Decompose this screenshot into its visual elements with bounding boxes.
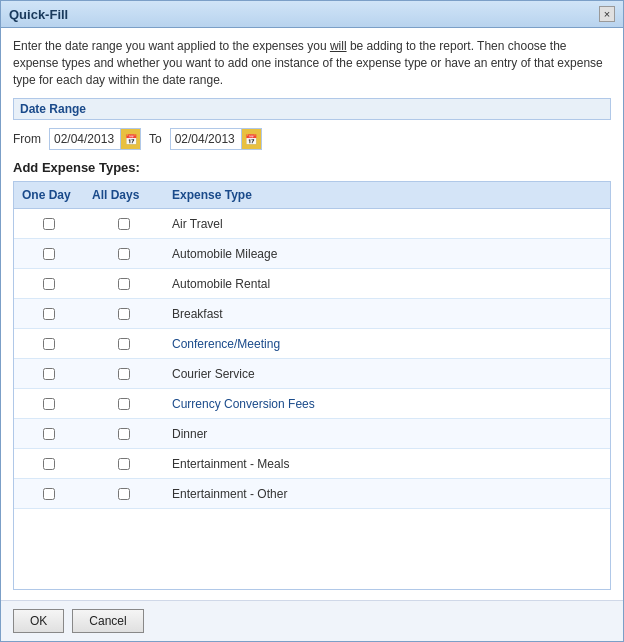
all-days-checkbox-2[interactable] <box>118 248 130 260</box>
close-button[interactable]: × <box>599 6 615 22</box>
one-day-checkbox-6[interactable] <box>43 368 55 380</box>
one-day-checkbox-cell <box>14 334 84 354</box>
one-day-checkbox-cell <box>14 274 84 294</box>
all-days-checkbox-8[interactable] <box>118 428 130 440</box>
all-days-checkbox-1[interactable] <box>118 218 130 230</box>
dialog-body: Enter the date range you want applied to… <box>1 28 623 600</box>
description-highlight: will <box>330 39 347 53</box>
one-day-checkbox-cell <box>14 394 84 414</box>
date-row: From 📅 To 📅 <box>13 128 611 150</box>
table-row: Air Travel <box>14 209 610 239</box>
table-row: Breakfast <box>14 299 610 329</box>
to-date-wrap: 📅 <box>170 128 262 150</box>
all-days-checkbox-3[interactable] <box>118 278 130 290</box>
expense-name-6: Courier Service <box>164 363 610 385</box>
all-days-checkbox-10[interactable] <box>118 488 130 500</box>
dialog-title: Quick-Fill <box>9 7 68 22</box>
table-row: Automobile Mileage <box>14 239 610 269</box>
all-days-checkbox-cell <box>84 244 164 264</box>
from-label: From <box>13 132 41 146</box>
header-expense-type: Expense Type <box>164 186 610 204</box>
table-row: Conference/Meeting <box>14 329 610 359</box>
all-days-checkbox-cell <box>84 394 164 414</box>
header-one-day: One Day <box>14 186 84 204</box>
all-days-checkbox-7[interactable] <box>118 398 130 410</box>
description-text: Enter the date range you want applied to… <box>13 38 611 88</box>
all-days-checkbox-9[interactable] <box>118 458 130 470</box>
expense-name-9: Entertainment - Meals <box>164 453 610 475</box>
all-days-checkbox-cell <box>84 214 164 234</box>
one-day-checkbox-cell <box>14 424 84 444</box>
one-day-checkbox-cell <box>14 304 84 324</box>
from-date-wrap: 📅 <box>49 128 141 150</box>
one-day-checkbox-cell <box>14 364 84 384</box>
expense-name-3: Automobile Rental <box>164 273 610 295</box>
one-day-checkbox-5[interactable] <box>43 338 55 350</box>
title-bar: Quick-Fill × <box>1 1 623 28</box>
table-row: Courier Service <box>14 359 610 389</box>
all-days-checkbox-5[interactable] <box>118 338 130 350</box>
table-row: Dinner <box>14 419 610 449</box>
to-label: To <box>149 132 162 146</box>
header-all-days: All Days <box>84 186 164 204</box>
all-days-checkbox-4[interactable] <box>118 308 130 320</box>
expense-name-4: Breakfast <box>164 303 610 325</box>
one-day-checkbox-8[interactable] <box>43 428 55 440</box>
all-days-checkbox-cell <box>84 364 164 384</box>
one-day-checkbox-4[interactable] <box>43 308 55 320</box>
add-expense-label: Add Expense Types: <box>13 160 611 175</box>
to-calendar-icon[interactable]: 📅 <box>241 129 261 149</box>
all-days-checkbox-cell <box>84 304 164 324</box>
ok-button[interactable]: OK <box>13 609 64 633</box>
expense-name-10: Entertainment - Other <box>164 483 610 505</box>
table-row: Automobile Rental <box>14 269 610 299</box>
one-day-checkbox-10[interactable] <box>43 488 55 500</box>
one-day-checkbox-cell <box>14 484 84 504</box>
one-day-checkbox-cell <box>14 214 84 234</box>
expense-table: One Day All Days Expense Type Air Travel… <box>13 181 611 590</box>
expense-name-2: Automobile Mileage <box>164 243 610 265</box>
one-day-checkbox-2[interactable] <box>43 248 55 260</box>
from-calendar-icon[interactable]: 📅 <box>120 129 140 149</box>
date-range-label: Date Range <box>13 98 611 120</box>
expense-name-1: Air Travel <box>164 213 610 235</box>
table-row: Entertainment - Other <box>14 479 610 509</box>
expense-name-5: Conference/Meeting <box>164 333 610 355</box>
all-days-checkbox-cell <box>84 484 164 504</box>
table-row: Entertainment - Meals <box>14 449 610 479</box>
all-days-checkbox-cell <box>84 274 164 294</box>
table-body: Air Travel Automobile Mileage Automobile… <box>14 209 610 589</box>
cancel-button[interactable]: Cancel <box>72 609 143 633</box>
one-day-checkbox-1[interactable] <box>43 218 55 230</box>
table-row: Currency Conversion Fees <box>14 389 610 419</box>
table-header: One Day All Days Expense Type <box>14 182 610 209</box>
all-days-checkbox-6[interactable] <box>118 368 130 380</box>
one-day-checkbox-9[interactable] <box>43 458 55 470</box>
one-day-checkbox-cell <box>14 244 84 264</box>
one-day-checkbox-cell <box>14 454 84 474</box>
dialog-footer: OK Cancel <box>1 600 623 641</box>
to-date-input[interactable] <box>171 130 241 148</box>
all-days-checkbox-cell <box>84 334 164 354</box>
one-day-checkbox-7[interactable] <box>43 398 55 410</box>
expense-name-7: Currency Conversion Fees <box>164 393 610 415</box>
quick-fill-dialog: Quick-Fill × Enter the date range you wa… <box>0 0 624 642</box>
all-days-checkbox-cell <box>84 424 164 444</box>
all-days-checkbox-cell <box>84 454 164 474</box>
expense-name-8: Dinner <box>164 423 610 445</box>
one-day-checkbox-3[interactable] <box>43 278 55 290</box>
from-date-input[interactable] <box>50 130 120 148</box>
